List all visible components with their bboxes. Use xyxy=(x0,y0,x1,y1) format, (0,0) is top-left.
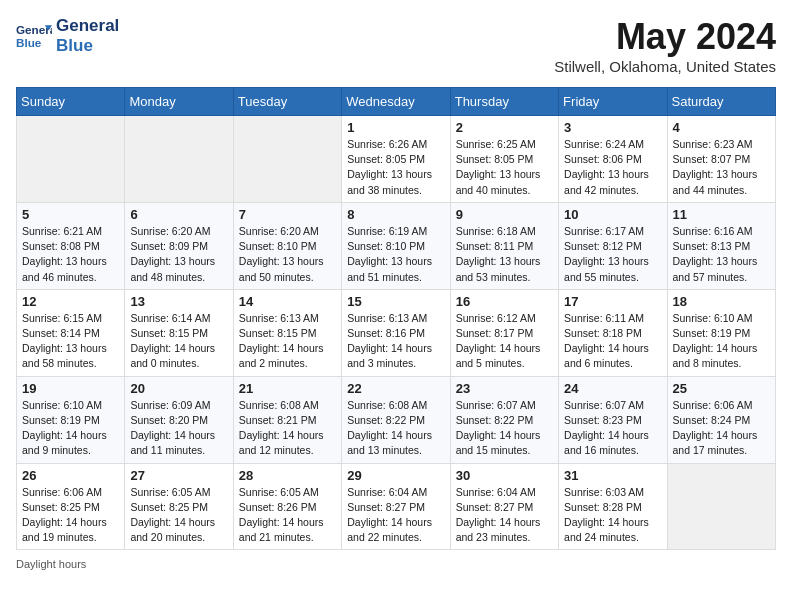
day-number: 28 xyxy=(239,468,336,483)
day-number: 13 xyxy=(130,294,227,309)
day-number: 17 xyxy=(564,294,661,309)
sunrise-label: Sunrise: 6:20 AM xyxy=(239,225,319,237)
col-header-thursday: Thursday xyxy=(450,88,558,116)
sunrise-label: Sunrise: 6:13 AM xyxy=(347,312,427,324)
sunset-label: Sunset: 8:27 PM xyxy=(347,501,425,513)
day-number: 29 xyxy=(347,468,444,483)
day-info: Sunrise: 6:16 AMSunset: 8:13 PMDaylight:… xyxy=(673,224,770,285)
day-cell: 27Sunrise: 6:05 AMSunset: 8:25 PMDayligh… xyxy=(125,463,233,550)
day-cell: 17Sunrise: 6:11 AMSunset: 8:18 PMDayligh… xyxy=(559,289,667,376)
day-number: 22 xyxy=(347,381,444,396)
sunrise-label: Sunrise: 6:10 AM xyxy=(22,399,102,411)
day-number: 12 xyxy=(22,294,119,309)
day-cell: 9Sunrise: 6:18 AMSunset: 8:11 PMDaylight… xyxy=(450,202,558,289)
sunset-label: Sunset: 8:13 PM xyxy=(673,240,751,252)
day-number: 7 xyxy=(239,207,336,222)
sunrise-label: Sunrise: 6:10 AM xyxy=(673,312,753,324)
day-cell: 30Sunrise: 6:04 AMSunset: 8:27 PMDayligh… xyxy=(450,463,558,550)
day-cell: 22Sunrise: 6:08 AMSunset: 8:22 PMDayligh… xyxy=(342,376,450,463)
day-number: 20 xyxy=(130,381,227,396)
day-number: 16 xyxy=(456,294,553,309)
sunset-label: Sunset: 8:15 PM xyxy=(130,327,208,339)
sunset-label: Sunset: 8:19 PM xyxy=(22,414,100,426)
sunrise-label: Sunrise: 6:08 AM xyxy=(347,399,427,411)
sunrise-label: Sunrise: 6:05 AM xyxy=(130,486,210,498)
day-info: Sunrise: 6:10 AMSunset: 8:19 PMDaylight:… xyxy=(22,398,119,459)
day-cell: 13Sunrise: 6:14 AMSunset: 8:15 PMDayligh… xyxy=(125,289,233,376)
day-number: 8 xyxy=(347,207,444,222)
sunset-label: Sunset: 8:27 PM xyxy=(456,501,534,513)
sunrise-label: Sunrise: 6:06 AM xyxy=(22,486,102,498)
day-info: Sunrise: 6:20 AMSunset: 8:10 PMDaylight:… xyxy=(239,224,336,285)
day-number: 6 xyxy=(130,207,227,222)
sunrise-label: Sunrise: 6:06 AM xyxy=(673,399,753,411)
day-cell xyxy=(667,463,775,550)
daylight-info: Daylight: 14 hours and 13 minutes. xyxy=(347,429,432,456)
sunset-label: Sunset: 8:23 PM xyxy=(564,414,642,426)
day-cell: 25Sunrise: 6:06 AMSunset: 8:24 PMDayligh… xyxy=(667,376,775,463)
logo: General Blue General Blue xyxy=(16,16,119,55)
daylight-info: Daylight: 14 hours and 17 minutes. xyxy=(673,429,758,456)
sunset-label: Sunset: 8:09 PM xyxy=(130,240,208,252)
sunset-label: Sunset: 8:08 PM xyxy=(22,240,100,252)
calendar-header-row: SundayMondayTuesdayWednesdayThursdayFrid… xyxy=(17,88,776,116)
daylight-info: Daylight: 14 hours and 24 minutes. xyxy=(564,516,649,543)
day-info: Sunrise: 6:13 AMSunset: 8:15 PMDaylight:… xyxy=(239,311,336,372)
day-number: 9 xyxy=(456,207,553,222)
day-cell: 29Sunrise: 6:04 AMSunset: 8:27 PMDayligh… xyxy=(342,463,450,550)
daylight-info: Daylight: 13 hours and 50 minutes. xyxy=(239,255,324,282)
sunset-label: Sunset: 8:21 PM xyxy=(239,414,317,426)
daylight-info: Daylight: 14 hours and 11 minutes. xyxy=(130,429,215,456)
day-info: Sunrise: 6:19 AMSunset: 8:10 PMDaylight:… xyxy=(347,224,444,285)
sunset-label: Sunset: 8:22 PM xyxy=(456,414,534,426)
sunset-label: Sunset: 8:19 PM xyxy=(673,327,751,339)
sunset-label: Sunset: 8:12 PM xyxy=(564,240,642,252)
day-cell: 11Sunrise: 6:16 AMSunset: 8:13 PMDayligh… xyxy=(667,202,775,289)
sunrise-label: Sunrise: 6:20 AM xyxy=(130,225,210,237)
col-header-wednesday: Wednesday xyxy=(342,88,450,116)
daylight-info: Daylight: 13 hours and 51 minutes. xyxy=(347,255,432,282)
day-cell: 20Sunrise: 6:09 AMSunset: 8:20 PMDayligh… xyxy=(125,376,233,463)
day-number: 18 xyxy=(673,294,770,309)
day-info: Sunrise: 6:25 AMSunset: 8:05 PMDaylight:… xyxy=(456,137,553,198)
col-header-sunday: Sunday xyxy=(17,88,125,116)
daylight-info: Daylight: 13 hours and 38 minutes. xyxy=(347,168,432,195)
calendar-table: SundayMondayTuesdayWednesdayThursdayFrid… xyxy=(16,87,776,550)
day-number: 15 xyxy=(347,294,444,309)
sunset-label: Sunset: 8:10 PM xyxy=(239,240,317,252)
day-cell: 19Sunrise: 6:10 AMSunset: 8:19 PMDayligh… xyxy=(17,376,125,463)
daylight-info: Daylight: 13 hours and 57 minutes. xyxy=(673,255,758,282)
logo-general: General xyxy=(56,16,119,36)
sunset-label: Sunset: 8:26 PM xyxy=(239,501,317,513)
sunset-label: Sunset: 8:07 PM xyxy=(673,153,751,165)
day-info: Sunrise: 6:11 AMSunset: 8:18 PMDaylight:… xyxy=(564,311,661,372)
day-cell: 14Sunrise: 6:13 AMSunset: 8:15 PMDayligh… xyxy=(233,289,341,376)
day-info: Sunrise: 6:24 AMSunset: 8:06 PMDaylight:… xyxy=(564,137,661,198)
day-info: Sunrise: 6:05 AMSunset: 8:26 PMDaylight:… xyxy=(239,485,336,546)
day-cell: 8Sunrise: 6:19 AMSunset: 8:10 PMDaylight… xyxy=(342,202,450,289)
week-row-2: 12Sunrise: 6:15 AMSunset: 8:14 PMDayligh… xyxy=(17,289,776,376)
week-row-4: 26Sunrise: 6:06 AMSunset: 8:25 PMDayligh… xyxy=(17,463,776,550)
day-info: Sunrise: 6:13 AMSunset: 8:16 PMDaylight:… xyxy=(347,311,444,372)
daylight-info: Daylight: 13 hours and 58 minutes. xyxy=(22,342,107,369)
day-number: 5 xyxy=(22,207,119,222)
daylight-info: Daylight: 14 hours and 15 minutes. xyxy=(456,429,541,456)
sunrise-label: Sunrise: 6:14 AM xyxy=(130,312,210,324)
daylight-info: Daylight: 14 hours and 2 minutes. xyxy=(239,342,324,369)
day-info: Sunrise: 6:10 AMSunset: 8:19 PMDaylight:… xyxy=(673,311,770,372)
svg-text:General: General xyxy=(16,23,52,36)
sunset-label: Sunset: 8:25 PM xyxy=(22,501,100,513)
sunset-label: Sunset: 8:10 PM xyxy=(347,240,425,252)
col-header-monday: Monday xyxy=(125,88,233,116)
day-info: Sunrise: 6:20 AMSunset: 8:09 PMDaylight:… xyxy=(130,224,227,285)
sunrise-label: Sunrise: 6:04 AM xyxy=(347,486,427,498)
day-info: Sunrise: 6:04 AMSunset: 8:27 PMDaylight:… xyxy=(347,485,444,546)
day-info: Sunrise: 6:06 AMSunset: 8:24 PMDaylight:… xyxy=(673,398,770,459)
page-header: General Blue General Blue May 2024 Stilw… xyxy=(16,16,776,75)
day-info: Sunrise: 6:14 AMSunset: 8:15 PMDaylight:… xyxy=(130,311,227,372)
day-number: 27 xyxy=(130,468,227,483)
daylight-info: Daylight: 14 hours and 16 minutes. xyxy=(564,429,649,456)
sunrise-label: Sunrise: 6:07 AM xyxy=(564,399,644,411)
daylight-info: Daylight: 14 hours and 3 minutes. xyxy=(347,342,432,369)
day-number: 11 xyxy=(673,207,770,222)
